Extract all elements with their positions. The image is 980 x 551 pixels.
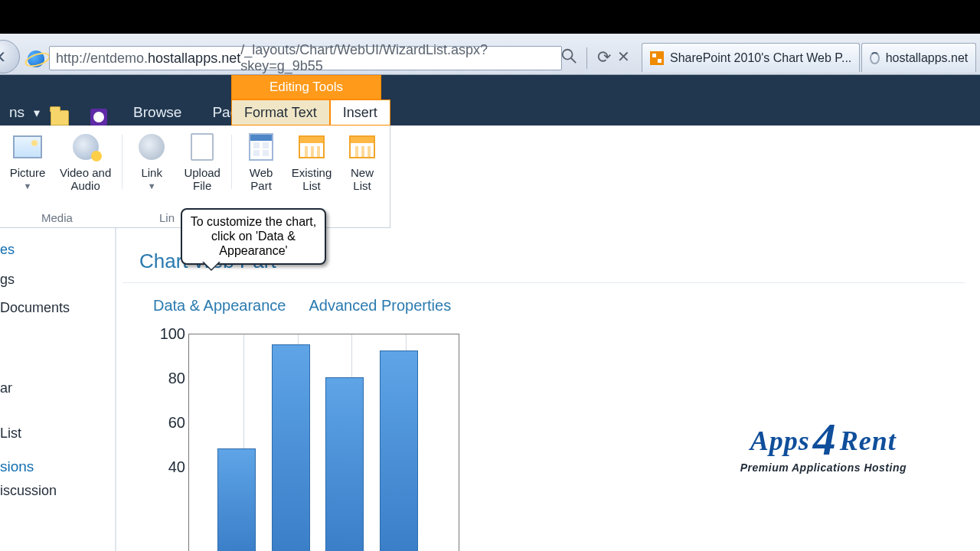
y-tick-label: 60 [168,414,185,432]
loading-spinner-icon [870,52,879,64]
separator [586,47,587,69]
tab-1-label: SharePoint 2010's Chart Web P... [670,51,851,65]
ql-item[interactable]: iscussion [0,477,112,505]
wm-4: 4 [810,414,840,465]
contextual-tab-title: Editing Tools [231,75,381,99]
y-tick-label: 40 [168,458,185,476]
video-icon [73,134,99,160]
browser-tab-1[interactable]: SharePoint 2010's Chart Web P... [642,43,860,72]
browser-chrome: http://entdemo.hostallapps.net/_layouts/… [0,34,980,75]
subtab-insert[interactable]: Insert [330,99,390,126]
link-icon [139,134,165,160]
picture-button[interactable]: Picture ▼ [5,132,51,192]
chevron-down-icon: ▼ [24,181,32,191]
stop-icon[interactable]: ✕ [617,47,630,66]
advanced-properties-link[interactable]: Advanced Properties [309,297,451,315]
browser-tab-2[interactable]: hostallapps.net [861,43,976,72]
existing-list-button[interactable]: Existing List [289,132,335,192]
sharepoint-favicon-icon [650,51,664,65]
tab-2-label: hostallapps.net [886,51,969,65]
existing-list-icon [299,135,325,158]
picture-label: Picture [10,167,46,180]
new-list-label: New List [351,167,374,192]
chart-web-part: 406080100 [188,334,464,551]
chevron-down-icon: ▼ [148,181,156,191]
picture-icon [13,135,42,158]
ql-item[interactable]: List [0,419,112,448]
ql-item[interactable]: es [0,236,112,264]
new-list-icon [349,135,375,158]
subtab-format-text[interactable]: Format Text [231,99,330,126]
sharepoint-ribbon: Editing Tools ns ▾ Browse Page Format Te… [0,75,980,126]
y-tick-label: 80 [168,370,185,387]
video-audio-button[interactable]: Video and Audio [55,132,116,192]
quick-launch-nav: es gs Documents ar List sions iscussion [0,228,116,551]
ql-item[interactable]: ar [0,374,112,403]
url-pre: http://entdemo. [56,51,148,67]
url-host: hostallapps.net [148,51,240,67]
folder-icon[interactable] [51,110,69,126]
chart-bar [380,350,418,551]
address-bar[interactable]: http://entdemo.hostallapps.net/_layouts/… [49,46,562,70]
group-links-label: Lin [159,211,175,224]
url-post: /_layouts/Chart/WebUI/WizardList.aspx?sk… [240,42,555,74]
upload-file-button[interactable]: Upload File [179,132,225,192]
video-label: Video and Audio [60,167,111,192]
chart-bar [272,344,310,552]
upload-icon [191,133,214,161]
svg-line-1 [571,58,576,63]
ie-icon [28,51,44,67]
edit-icon[interactable] [90,109,107,126]
tab-browse[interactable]: Browse [118,99,197,126]
web-part-label: Web Part [250,167,273,192]
data-appearance-link[interactable]: Data & Appearance [153,297,286,315]
chart-bar [325,377,364,551]
ql-heading[interactable]: sions [0,448,112,477]
web-part-icon [249,133,273,161]
ql-item[interactable]: Documents [0,294,112,322]
search-icon[interactable] [560,47,580,67]
truncated-menu[interactable]: ns [0,99,34,126]
drop-caret-icon: ▾ [34,106,40,120]
apps4rent-watermark: Apps4Rent Premium Applications Hosting [740,409,906,474]
y-tick-label: 100 [160,325,185,343]
link-label: Link [141,167,162,180]
wm-b: Rent [840,425,897,456]
wm-a: Apps [750,425,810,456]
svg-point-0 [563,50,573,60]
existing-list-label: Existing List [292,167,332,192]
link-button[interactable]: Link ▼ [129,132,175,192]
instruction-callout: To customize the chart, click on 'Data &… [181,208,326,265]
web-part-button[interactable]: Web Part [238,132,284,192]
back-button[interactable] [0,40,20,73]
upload-label: Upload File [184,167,220,192]
new-list-button[interactable]: New List [339,132,385,192]
reload-icon[interactable]: ⟳ [597,47,611,67]
group-media-label: Media [41,211,73,224]
chart-bar [217,448,256,551]
ql-item[interactable]: gs [0,266,112,294]
